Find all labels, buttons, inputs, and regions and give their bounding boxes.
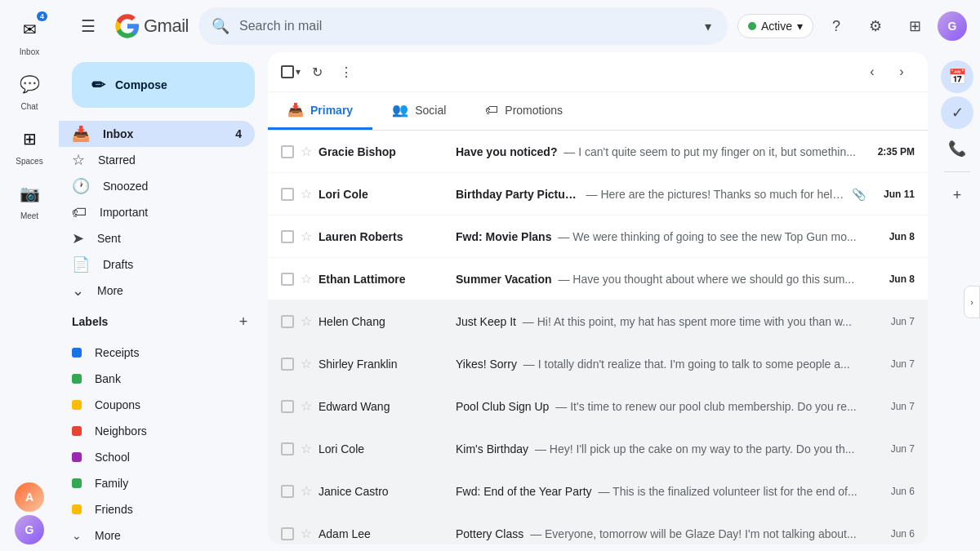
email-meta: 2:35 PM — [872, 146, 915, 158]
label-item-neighbors[interactable]: Neighbors — [59, 418, 255, 444]
promotions-tab-icon: 🏷 — [485, 103, 498, 118]
label-item-coupons[interactable]: Coupons — [59, 392, 255, 418]
nav-item-sent[interactable]: ➤ Sent — [59, 225, 255, 251]
tab-social[interactable]: 👥 Social — [372, 92, 466, 130]
email-row[interactable]: ☆ Lori Cole Birthday Party Pictures — He… — [268, 173, 928, 216]
email-snippet: — Everyone, tomorrow will be Glaze Day! … — [527, 527, 856, 540]
star-icon[interactable]: ☆ — [301, 313, 312, 329]
mini-avatar-1[interactable]: A — [15, 482, 44, 512]
email-checkbox[interactable] — [281, 273, 294, 286]
email-checkbox[interactable] — [281, 485, 294, 498]
star-icon[interactable]: ☆ — [301, 356, 312, 371]
email-checkbox[interactable] — [281, 230, 294, 243]
label-item-bank[interactable]: Bank — [59, 366, 255, 392]
email-checkbox[interactable] — [281, 527, 294, 540]
mini-meet-label: Meet — [20, 211, 38, 220]
tab-primary[interactable]: 📥 Primary — [268, 92, 372, 130]
contacts-panel-button[interactable]: 📞 — [941, 132, 973, 165]
email-checkbox[interactable] — [281, 145, 294, 158]
mini-avatar-2[interactable]: G — [15, 515, 44, 544]
add-addon-button[interactable]: + — [941, 179, 973, 211]
email-content: Pottery Class — Everyone, tomorrow will … — [456, 527, 866, 540]
email-checkbox[interactable] — [281, 358, 294, 371]
sent-label: Sent — [97, 232, 242, 245]
mini-sidebar-item-chat[interactable]: 💬 Chat — [0, 63, 59, 116]
hamburger-button[interactable]: ☰ — [72, 10, 105, 42]
tasks-panel-button[interactable]: ✓ — [941, 96, 973, 129]
email-subject: Just Keep It — [456, 315, 516, 328]
email-row[interactable]: ☆ Helen Chang Just Keep It — Hi! At this… — [268, 300, 928, 343]
nav-item-snoozed[interactable]: 🕐 Snoozed — [59, 173, 255, 199]
tab-promotions[interactable]: 🏷 Promotions — [466, 92, 582, 130]
apps-button[interactable]: ⊞ — [898, 10, 931, 42]
email-date: 2:35 PM — [872, 146, 915, 158]
nav-item-starred[interactable]: ☆ Starred — [59, 147, 255, 173]
next-page-button[interactable]: › — [889, 59, 915, 85]
more-options-button[interactable]: ⋮ — [333, 59, 359, 85]
bank-dot — [72, 374, 82, 384]
email-tabs: 📥 Primary 👥 Social 🏷 Promotions — [268, 92, 928, 131]
star-icon[interactable]: ☆ — [301, 398, 312, 414]
expand-sidebar-button[interactable]: › — [964, 286, 980, 318]
sender-name: Lori Cole — [318, 442, 449, 455]
star-icon[interactable]: ☆ — [301, 483, 312, 499]
email-row[interactable]: ☆ Lori Cole Kim's Birthday — Hey! I'll p… — [268, 428, 928, 470]
status-button[interactable]: Active ▾ — [737, 14, 813, 38]
email-row[interactable]: ☆ Lauren Roberts Fwd: Movie Plans — We w… — [268, 216, 928, 258]
email-checkbox[interactable] — [281, 442, 294, 455]
select-all-checkbox-wrapper[interactable]: ▾ — [281, 65, 301, 78]
email-checkbox[interactable] — [281, 188, 294, 201]
nav-item-drafts[interactable]: 📄 Drafts — [59, 251, 255, 278]
drafts-icon: 📄 — [72, 256, 90, 273]
star-icon[interactable]: ☆ — [301, 229, 312, 244]
email-checkbox[interactable] — [281, 315, 294, 328]
search-input[interactable] — [239, 19, 692, 33]
settings-button[interactable]: ⚙ — [859, 10, 892, 42]
mini-sidebar: ✉ 4 Inbox 💬 Chat ⊞ Spaces 📷 Meet A G — [0, 0, 59, 551]
star-icon[interactable]: ☆ — [301, 271, 312, 287]
label-item-more[interactable]: ⌄ More — [59, 522, 255, 549]
help-button[interactable]: ? — [820, 10, 853, 42]
label-item-school[interactable]: School — [59, 444, 255, 470]
star-icon[interactable]: ☆ — [301, 144, 312, 159]
mini-sidebar-item-meet[interactable]: 📷 Meet — [0, 172, 59, 225]
search-dropdown-button[interactable]: ▾ — [702, 16, 715, 38]
gmail-text: Gmail — [144, 16, 189, 37]
email-snippet: — Hi! At this point, my hat has spent mo… — [519, 315, 852, 328]
email-row[interactable]: ☆ Ethan Lattimore Summer Vacation — Have… — [268, 258, 928, 300]
mini-sidebar-item-spaces[interactable]: ⊞ Spaces — [0, 118, 59, 171]
star-icon[interactable]: ☆ — [301, 526, 312, 541]
label-item-family[interactable]: Family — [59, 470, 255, 496]
email-row[interactable]: ☆ Shirley Franklin Yikes! Sorry — I tota… — [268, 343, 928, 385]
star-icon[interactable]: ☆ — [301, 186, 312, 202]
social-tab-icon: 👥 — [392, 102, 408, 118]
select-all-checkbox[interactable] — [281, 65, 294, 78]
email-checkbox[interactable] — [281, 400, 294, 413]
refresh-icon: ↻ — [312, 64, 323, 80]
star-icon[interactable]: ☆ — [301, 441, 312, 456]
email-row[interactable]: ☆ Janice Castro Fwd: End of the Year Par… — [268, 470, 928, 513]
email-snippet: — Hey! I'll pick up the cake on my way t… — [532, 442, 854, 455]
email-subject: Fwd: End of the Year Party — [456, 485, 592, 498]
refresh-button[interactable]: ↻ — [304, 59, 330, 85]
label-item-friends[interactable]: Friends — [59, 496, 255, 522]
email-subject: Have you noticed? — [456, 145, 557, 158]
user-avatar[interactable]: G — [938, 11, 967, 41]
mini-sidebar-item-mail[interactable]: ✉ 4 Inbox — [0, 8, 59, 61]
nav-item-more[interactable]: ⌄ More — [59, 278, 255, 304]
prev-page-button[interactable]: ‹ — [859, 59, 885, 85]
labels-header: Labels + — [59, 304, 268, 340]
email-snippet: — I can't quite seem to put my finger on… — [560, 145, 855, 158]
sent-icon: ➤ — [72, 229, 84, 247]
nav-item-important[interactable]: 🏷 Important — [59, 199, 255, 225]
calendar-panel-button[interactable]: 📅 — [941, 60, 973, 93]
compose-button[interactable]: ✏ Compose — [72, 62, 255, 108]
email-row[interactable]: ☆ Edward Wang Pool Club Sign Up — It's t… — [268, 385, 928, 428]
select-all-chevron[interactable]: ▾ — [296, 66, 301, 78]
label-item-receipts[interactable]: Receipts — [59, 340, 255, 366]
email-row[interactable]: ☆ Adam Lee Pottery Class — Everyone, tom… — [268, 513, 928, 544]
mini-spaces-label: Spaces — [16, 157, 42, 166]
nav-item-inbox[interactable]: 📥 Inbox 4 — [59, 121, 255, 147]
add-label-button[interactable]: + — [232, 310, 255, 333]
email-row[interactable]: ☆ Gracie Bishop Have you noticed? — I ca… — [268, 131, 928, 173]
